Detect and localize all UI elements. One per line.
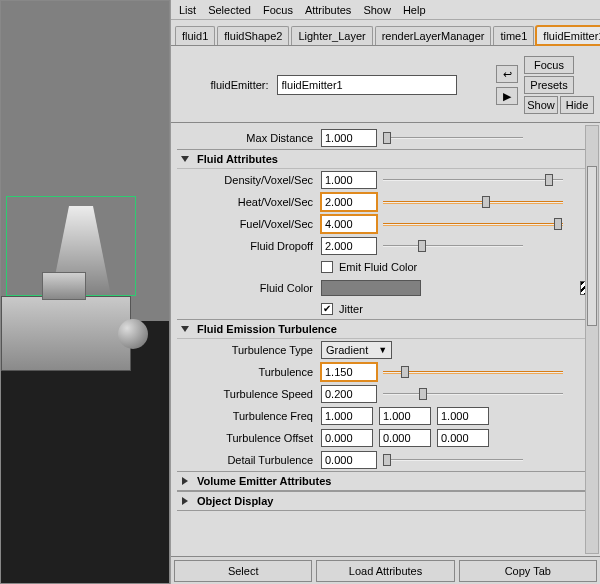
input-heat[interactable] <box>321 193 377 211</box>
input-turb-offset-y[interactable] <box>379 429 431 447</box>
show-button[interactable]: Show <box>524 96 558 114</box>
label-dropoff: Fluid Dropoff <box>195 240 315 252</box>
load-attributes-button[interactable]: Load Attributes <box>316 560 454 582</box>
section-title: Fluid Attributes <box>197 153 278 165</box>
slider-heat[interactable] <box>383 195 563 209</box>
tab-fluidshape2[interactable]: fluidShape2 <box>217 26 289 45</box>
input-fuel[interactable] <box>321 215 377 233</box>
twist-right-icon <box>179 495 191 507</box>
slider-turbulence[interactable] <box>383 365 563 379</box>
label-fluid-color: Fluid Color <box>195 282 315 294</box>
section-fluid-attributes[interactable]: Fluid Attributes <box>177 149 594 169</box>
row-density: Density/Voxel/Sec <box>195 169 594 191</box>
menu-selected[interactable]: Selected <box>208 4 251 16</box>
tab-lighter-layer[interactable]: Lighter_Layer <box>291 26 372 45</box>
input-turb-freq-x[interactable] <box>321 407 373 425</box>
select-value: Gradient <box>326 344 368 356</box>
input-turbulence[interactable] <box>321 363 377 381</box>
label-turbulence: Turbulence <box>195 366 315 378</box>
menu-help[interactable]: Help <box>403 4 426 16</box>
bottom-button-bar: Select Load Attributes Copy Tab <box>171 556 600 584</box>
input-turb-offset-x[interactable] <box>321 429 373 447</box>
hide-button[interactable]: Hide <box>560 96 594 114</box>
row-turb-offset: Turbulence Offset <box>195 427 594 449</box>
svg-marker-2 <box>182 477 188 485</box>
tab-time1[interactable]: time1 <box>493 26 534 45</box>
row-turb-type: Turbulence Type Gradient ▼ <box>195 339 594 361</box>
menu-show[interactable]: Show <box>363 4 391 16</box>
io-out-icon[interactable]: ▶ <box>496 87 518 105</box>
checkbox-jitter[interactable]: ✔ <box>321 303 333 315</box>
node-name-input[interactable] <box>277 75 457 95</box>
row-dropoff: Fluid Dropoff <box>195 235 594 257</box>
tab-fluid1[interactable]: fluid1 <box>175 26 215 45</box>
row-detail-turb: Detail Turbulence <box>195 449 594 471</box>
row-turb-speed: Turbulence Speed <box>195 383 594 405</box>
label-density: Density/Voxel/Sec <box>195 174 315 186</box>
input-dropoff[interactable] <box>321 237 377 255</box>
svg-marker-1 <box>181 326 189 332</box>
section-title: Volume Emitter Attributes <box>197 475 331 487</box>
slider-turb-speed[interactable] <box>383 387 563 401</box>
node-tabs: fluid1 fluidShape2 Lighter_Layer renderL… <box>171 20 600 46</box>
row-jitter: ✔ Jitter <box>195 299 594 319</box>
label-max-distance: Max Distance <box>195 132 315 144</box>
copy-tab-button[interactable]: Copy Tab <box>459 560 597 582</box>
select-turb-type[interactable]: Gradient ▼ <box>321 341 392 359</box>
input-turb-freq-y[interactable] <box>379 407 431 425</box>
row-emit-fluid-color: Emit Fluid Color <box>195 257 594 277</box>
section-title: Object Display <box>197 495 273 507</box>
label-detail-turb: Detail Turbulence <box>195 454 315 466</box>
row-fluid-color: Fluid Color <box>195 277 594 299</box>
label-turb-type: Turbulence Type <box>195 344 315 356</box>
camera-mesh[interactable] <box>1 296 131 371</box>
row-heat: Heat/Voxel/Sec <box>195 191 594 213</box>
section-object-display[interactable]: Object Display <box>177 491 594 511</box>
slider-dropoff[interactable] <box>383 239 523 253</box>
svg-marker-3 <box>182 497 188 505</box>
row-fuel: Fuel/Voxel/Sec <box>195 213 594 235</box>
tab-renderlayermanager[interactable]: renderLayerManager <box>375 26 492 45</box>
label-fuel: Fuel/Voxel/Sec <box>195 218 315 230</box>
label-jitter: Jitter <box>339 303 363 315</box>
label-emit-fluid-color: Emit Fluid Color <box>339 261 417 273</box>
input-turb-offset-z[interactable] <box>437 429 489 447</box>
node-header: fluidEmitter: ↩ ▶ Focus Presets Show Hid… <box>171 46 600 123</box>
label-turb-offset: Turbulence Offset <box>195 432 315 444</box>
input-turb-speed[interactable] <box>321 385 377 403</box>
vertical-scrollbar[interactable] <box>585 125 599 554</box>
input-detail-turb[interactable] <box>321 451 377 469</box>
slider-detail-turb[interactable] <box>383 453 523 467</box>
label-turb-freq: Turbulence Freq <box>195 410 315 422</box>
viewport-3d[interactable] <box>0 0 170 584</box>
select-button[interactable]: Select <box>174 560 312 582</box>
label-heat: Heat/Voxel/Sec <box>195 196 315 208</box>
slider-max-distance[interactable] <box>383 131 523 145</box>
io-in-icon[interactable]: ↩ <box>496 65 518 83</box>
input-turb-freq-z[interactable] <box>437 407 489 425</box>
section-title: Fluid Emission Turbulence <box>197 323 337 335</box>
twist-down-icon <box>179 323 191 335</box>
presets-button[interactable]: Presets <box>524 76 574 94</box>
svg-marker-0 <box>181 156 189 162</box>
menu-attributes[interactable]: Attributes <box>305 4 351 16</box>
focus-button[interactable]: Focus <box>524 56 574 74</box>
chevron-down-icon: ▼ <box>378 345 387 355</box>
attribute-editor-menubar: List Selected Focus Attributes Show Help <box>171 0 600 20</box>
row-max-distance: Max Distance <box>195 127 594 149</box>
attribute-editor: List Selected Focus Attributes Show Help… <box>170 0 600 584</box>
section-fluid-emission-turbulence[interactable]: Fluid Emission Turbulence <box>177 319 594 339</box>
section-volume-emitter-attributes[interactable]: Volume Emitter Attributes <box>177 471 594 491</box>
slider-density[interactable] <box>383 173 563 187</box>
input-density[interactable] <box>321 171 377 189</box>
swatch-fluid-color[interactable] <box>321 280 421 296</box>
slider-fuel[interactable] <box>383 217 563 231</box>
attributes-scroll-area: Max Distance Fluid Attributes Density/Vo… <box>171 123 600 556</box>
tab-fluidemitter1[interactable]: fluidEmitter1 <box>536 26 600 45</box>
menu-focus[interactable]: Focus <box>263 4 293 16</box>
label-turb-speed: Turbulence Speed <box>195 388 315 400</box>
menu-list[interactable]: List <box>179 4 196 16</box>
checkbox-emit-fluid-color[interactable] <box>321 261 333 273</box>
input-max-distance[interactable] <box>321 129 377 147</box>
scrollbar-thumb[interactable] <box>587 166 597 326</box>
